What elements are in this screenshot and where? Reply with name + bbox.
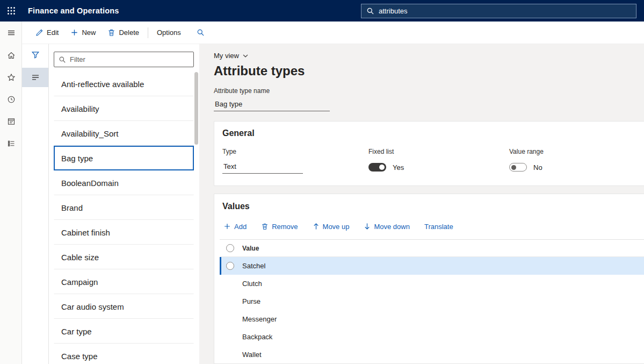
move-down-button[interactable]: Move down bbox=[364, 223, 409, 231]
value-row[interactable]: Purse bbox=[220, 292, 644, 310]
search-icon bbox=[366, 7, 374, 15]
type-field-group: Type bbox=[222, 148, 368, 174]
delete-button-label: Delete bbox=[119, 28, 139, 37]
global-search-box[interactable] bbox=[361, 4, 636, 18]
remove-value-button[interactable]: Remove bbox=[261, 223, 298, 231]
options-tab[interactable]: Options bbox=[151, 25, 187, 41]
app-launcher-button[interactable] bbox=[0, 0, 23, 22]
filter-input[interactable] bbox=[70, 55, 189, 63]
list-pane-button[interactable] bbox=[22, 68, 48, 87]
general-section: General Type Fixed list Yes bbox=[214, 121, 644, 186]
modules-button[interactable] bbox=[0, 132, 22, 154]
list-item-label: Case type bbox=[61, 352, 98, 361]
plus-icon bbox=[70, 28, 78, 37]
scrollbar-thumb[interactable] bbox=[194, 72, 198, 145]
value-range-label: Value range bbox=[509, 148, 644, 155]
recent-button[interactable] bbox=[0, 88, 22, 110]
list-scrollbar[interactable] bbox=[194, 72, 198, 362]
view-selector[interactable]: My view bbox=[214, 52, 248, 60]
value-cell: Backpack bbox=[242, 333, 272, 341]
trash-icon bbox=[261, 223, 269, 230]
form-icon bbox=[7, 117, 16, 126]
general-section-title[interactable]: General bbox=[222, 129, 644, 138]
value-column-header: Value bbox=[242, 245, 259, 252]
value-row[interactable]: Satchel bbox=[220, 257, 644, 275]
hamburger-menu-button[interactable] bbox=[0, 22, 22, 44]
list-item-label: Brand bbox=[61, 203, 83, 212]
arrow-up-icon bbox=[313, 223, 320, 230]
list-item[interactable]: Availability bbox=[54, 96, 194, 121]
record-list-panel: Anti-reflective available Availability A… bbox=[48, 44, 199, 364]
list-item[interactable]: Anti-reflective available bbox=[54, 72, 194, 96]
list-item[interactable]: Car audio system bbox=[54, 294, 194, 319]
value-row[interactable]: Wallet bbox=[220, 346, 644, 363]
plus-icon bbox=[223, 223, 231, 230]
view-selector-label: My view bbox=[214, 52, 239, 60]
chevron-down-icon bbox=[243, 54, 248, 58]
list-item-label: BooleanDomain bbox=[61, 179, 119, 188]
edit-icon bbox=[35, 28, 44, 37]
global-search-input[interactable] bbox=[379, 7, 631, 15]
list-item[interactable]: Availability_Sort bbox=[54, 121, 194, 146]
translate-label: Translate bbox=[424, 223, 453, 231]
select-all-radio[interactable] bbox=[226, 244, 234, 252]
home-icon bbox=[7, 51, 16, 60]
options-tab-label: Options bbox=[157, 28, 181, 37]
value-row[interactable]: Messenger bbox=[220, 310, 644, 328]
clock-icon bbox=[7, 95, 16, 104]
value-row[interactable]: Backpack bbox=[220, 328, 644, 346]
home-button[interactable] bbox=[0, 44, 22, 66]
value-range-toggle[interactable] bbox=[509, 163, 527, 172]
waffle-icon bbox=[7, 6, 16, 15]
search-icon bbox=[59, 56, 66, 63]
value-cell: Messenger bbox=[242, 315, 277, 323]
remove-value-label: Remove bbox=[272, 223, 298, 231]
list-item[interactable]: Car type bbox=[54, 319, 194, 344]
values-section-title[interactable]: Values bbox=[214, 202, 644, 211]
funnel-filter-icon bbox=[31, 51, 40, 59]
row-select-radio[interactable] bbox=[226, 262, 234, 270]
edit-button[interactable]: Edit bbox=[30, 25, 64, 41]
values-section: Values Add Remove bbox=[214, 194, 644, 364]
filter-pane-button[interactable] bbox=[22, 44, 48, 66]
search-icon bbox=[197, 28, 205, 37]
delete-button[interactable]: Delete bbox=[102, 25, 145, 41]
arrow-down-icon bbox=[364, 223, 371, 230]
fixed-list-toggle-row: Yes bbox=[368, 163, 509, 172]
hierarchy-list-icon bbox=[7, 139, 16, 148]
new-button[interactable]: New bbox=[64, 25, 102, 41]
value-row[interactable]: Clutch bbox=[220, 275, 644, 292]
page-title: Attribute types bbox=[214, 63, 644, 78]
workspaces-button[interactable] bbox=[0, 110, 22, 132]
value-range-field-group: Value range No bbox=[509, 148, 644, 174]
list-item-label: Campaign bbox=[61, 277, 98, 287]
fixed-list-toggle[interactable] bbox=[368, 163, 386, 172]
attribute-type-name-input[interactable] bbox=[214, 99, 330, 111]
type-input[interactable] bbox=[222, 161, 303, 174]
move-up-button[interactable]: Move up bbox=[313, 223, 350, 231]
fixed-list-field-group: Fixed list Yes bbox=[368, 148, 509, 174]
name-field-group: Attribute type name bbox=[214, 87, 644, 111]
move-up-label: Move up bbox=[323, 223, 350, 231]
edit-button-label: Edit bbox=[47, 28, 59, 37]
new-button-label: New bbox=[82, 28, 96, 37]
list-item[interactable]: Case type bbox=[54, 344, 194, 364]
list-item[interactable]: Bag type bbox=[54, 146, 194, 170]
action-search-button[interactable] bbox=[190, 28, 211, 37]
list-item[interactable]: Cabinet finish bbox=[54, 220, 194, 245]
list-item[interactable]: BooleanDomain bbox=[54, 170, 194, 195]
list-item-label: Availability_Sort bbox=[61, 129, 118, 138]
filter-box[interactable] bbox=[54, 52, 194, 67]
value-cell: Purse bbox=[242, 297, 261, 305]
grid-header-row[interactable]: Value bbox=[220, 240, 644, 257]
add-value-button[interactable]: Add bbox=[223, 223, 247, 231]
list-item[interactable]: Cable size bbox=[54, 245, 194, 269]
list-item-label: Cable size bbox=[61, 253, 99, 262]
list-item[interactable]: Campaign bbox=[54, 269, 194, 294]
translate-button[interactable]: Translate bbox=[424, 223, 453, 231]
top-app-bar: Finance and Operations bbox=[0, 0, 644, 22]
list-item[interactable]: Brand bbox=[54, 195, 194, 220]
list-item-label: Availability bbox=[61, 104, 99, 113]
action-bar-divider bbox=[148, 27, 148, 38]
favorites-button[interactable] bbox=[0, 66, 22, 88]
